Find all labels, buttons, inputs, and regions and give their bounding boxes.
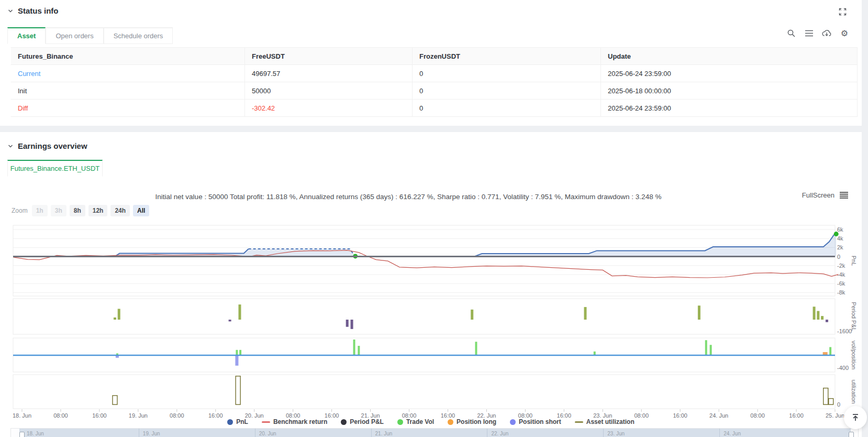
- svg-text:2k: 2k: [837, 244, 843, 250]
- collapse-chevron-icon[interactable]: [7, 8, 14, 14]
- slider-day-label: 23. Jun: [607, 431, 625, 436]
- cell: 2025-06-24 23:59:00: [601, 65, 858, 82]
- svg-text:PnL: PnL: [851, 256, 857, 266]
- svg-text:0: 0: [837, 254, 840, 260]
- zoom-label: Zoom: [12, 207, 28, 214]
- legend-label: Benchmark return: [273, 418, 327, 425]
- svg-text:-2k: -2k: [837, 263, 845, 269]
- zoom-1h-button[interactable]: 1h: [32, 205, 48, 216]
- zoom-3h-button[interactable]: 3h: [51, 205, 66, 216]
- slider-day-label: 24. Jun: [724, 431, 741, 436]
- expand-corners-icon[interactable]: [838, 7, 847, 16]
- slider-day-label: 19. Jun: [143, 431, 160, 436]
- up-arrow-icon: [853, 416, 858, 421]
- tab-futures-binance-eth-usdt[interactable]: Futures_Binance.ETH_USDT: [7, 160, 103, 177]
- legend-item-benchmark-return[interactable]: Benchmark return: [262, 418, 327, 425]
- cell: Diff: [10, 100, 245, 117]
- chart-legend: PnLBenchmark returnPeriod P&LTrade VolPo…: [0, 418, 862, 425]
- legend-label: Period P&L: [350, 418, 384, 425]
- tab-schedule-orders[interactable]: Schedule orders: [104, 27, 173, 44]
- legend-label: Position short: [519, 418, 561, 425]
- datazoom-left-handle[interactable]: [19, 432, 25, 437]
- legend-item-pnl[interactable]: PnL: [227, 418, 248, 425]
- table-header-row: Futures_Binance FreeUSDT FrozenUSDT Upda…: [10, 47, 858, 65]
- section-title: Earnings overview: [18, 141, 87, 150]
- zoom-8h-button[interactable]: 8h: [70, 205, 85, 216]
- cell: 2025-06-18 00:00:00: [601, 82, 858, 100]
- svg-text:4k: 4k: [837, 235, 843, 242]
- svg-text:0: 0: [837, 401, 840, 408]
- tab-open-orders[interactable]: Open orders: [46, 27, 103, 44]
- slider-day-label: 20. Jun: [259, 431, 276, 436]
- legend-line-marker: [262, 421, 270, 423]
- zoom-12h-button[interactable]: 12h: [88, 205, 108, 216]
- legend-line-marker: [575, 421, 583, 423]
- collapse-chevron-icon[interactable]: [7, 143, 14, 149]
- datazoom-slider[interactable]: 18. Jun19. Jun20. Jun21. Jun22. Jun23. J…: [10, 428, 859, 437]
- datazoom-right-handle[interactable]: [849, 432, 854, 437]
- cell: 2025-06-24 23:59:00: [601, 100, 858, 117]
- legend-dot-marker: [397, 419, 403, 425]
- asset-table: Futures_Binance FreeUSDT FrozenUSDT Upda…: [10, 47, 858, 117]
- table-row-init: Init 50000 0 2025-06-18 00:00:00: [10, 82, 858, 100]
- settings-gear-icon[interactable]: ⚙: [840, 28, 849, 38]
- legend-label: Position long: [457, 418, 496, 425]
- col-header: FrozenUSDT: [413, 47, 601, 65]
- tab-asset[interactable]: Asset: [7, 27, 46, 44]
- legend-label: Asset utilization: [586, 418, 635, 425]
- legend-item-position-long[interactable]: Position long: [448, 418, 496, 425]
- cell: -302.42: [245, 100, 413, 117]
- current-link[interactable]: Current: [10, 65, 245, 82]
- svg-text:utilization: utilization: [851, 380, 857, 404]
- back-to-top-button[interactable]: [844, 406, 867, 429]
- table-row-current: Current 49697.57 0 2025-06-24 23:59:00: [10, 65, 858, 82]
- table-toolbar: ⚙: [786, 28, 849, 38]
- legend-item-period-p-l[interactable]: Period P&L: [341, 418, 384, 425]
- legend-item-asset-utilization[interactable]: Asset utilization: [575, 418, 635, 425]
- table-row-diff: Diff -302.42 0 2025-06-24 23:59:00: [10, 100, 858, 117]
- legend-dot-marker: [510, 419, 516, 425]
- svg-text:-8k: -8k: [837, 289, 845, 296]
- cell: 50000: [245, 82, 413, 100]
- svg-text:-1600: -1600: [837, 328, 852, 334]
- earnings-overview-section: Earnings overview Futures_Binance.ETH_US…: [0, 132, 862, 437]
- earnings-chart[interactable]: 6k4k2k0-2k-4k-6k-8kPnL-1600Period P&L-40…: [0, 220, 862, 419]
- legend-item-trade-vol[interactable]: Trade Vol: [397, 418, 434, 425]
- status-info-section: Status info Asset Open orders Schedule o…: [0, 0, 862, 126]
- section-title: Status info: [18, 6, 59, 15]
- cell: 49697.57: [245, 65, 413, 82]
- slider-day-label: 22. Jun: [491, 431, 508, 436]
- list-menu-icon[interactable]: [804, 28, 814, 38]
- svg-text:6k: 6k: [837, 226, 843, 233]
- legend-dot-marker: [227, 419, 233, 425]
- legend-label: PnL: [236, 418, 248, 425]
- search-icon[interactable]: [786, 28, 796, 38]
- slider-day-label: 21. Jun: [375, 431, 393, 436]
- legend-item-position-short[interactable]: Position short: [510, 418, 561, 425]
- col-header: Futures_Binance: [10, 47, 245, 65]
- svg-text:-6k: -6k: [837, 280, 845, 287]
- slider-day-label: 18. Jun: [27, 431, 44, 436]
- legend-dot-marker: [448, 419, 453, 425]
- zoom-range-selector: Zoom 1h 3h 8h 12h 24h All: [12, 205, 149, 216]
- chart-menu-icon[interactable]: [840, 192, 848, 199]
- col-header: Update: [601, 47, 858, 65]
- performance-stats: Initial net value : 50000 Total profit: …: [0, 193, 817, 201]
- cell: 0: [413, 65, 601, 82]
- cell: Init: [10, 82, 245, 100]
- fullscreen-control[interactable]: FullScreen: [802, 191, 848, 199]
- svg-text:Period P&L: Period P&L: [851, 302, 857, 331]
- cloud-download-icon[interactable]: [822, 28, 831, 38]
- cell: 0: [413, 100, 601, 117]
- cell: 0: [413, 82, 601, 100]
- status-tabs: Asset Open orders Schedule orders: [7, 27, 173, 44]
- col-header: FreeUSDT: [245, 47, 413, 65]
- legend-label: Trade Vol: [406, 418, 434, 425]
- legend-dot-marker: [341, 419, 347, 425]
- svg-text:-400: -400: [837, 365, 849, 371]
- zoom-24h-button[interactable]: 24h: [110, 205, 130, 216]
- zoom-all-button[interactable]: All: [133, 205, 149, 216]
- svg-text:vol/position: vol/position: [851, 341, 857, 369]
- fullscreen-label[interactable]: FullScreen: [802, 191, 834, 199]
